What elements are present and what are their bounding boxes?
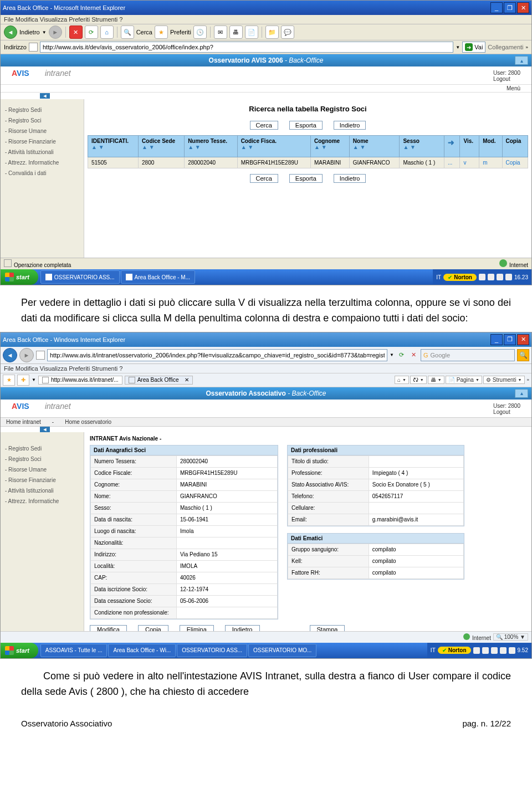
- url-dropdown-icon[interactable]: ▼: [456, 45, 460, 50]
- history-icon[interactable]: 🕓: [193, 25, 207, 39]
- sidebar-collapse-icon[interactable]: ◄: [40, 93, 50, 99]
- back-dropdown-icon[interactable]: ▼: [42, 30, 47, 35]
- sidebar-collapse-icon[interactable]: ◄: [40, 427, 50, 432]
- taskbar-task[interactable]: ASSOAVIS - Tutte le ...: [40, 644, 108, 657]
- home-intranet-link[interactable]: Home intranet: [1, 418, 47, 426]
- menu-link[interactable]: Menù: [507, 85, 520, 91]
- sidebar-item[interactable]: - Risorse Umane: [1, 126, 84, 136]
- maximize-icon[interactable]: ❐: [504, 334, 516, 345]
- favorites-icon[interactable]: ★: [155, 25, 168, 39]
- favorites-icon[interactable]: ★: [3, 375, 15, 386]
- go-button[interactable]: ➜Vai: [462, 42, 485, 53]
- back-label[interactable]: Indietro: [19, 29, 40, 35]
- tray-icon[interactable]: [488, 274, 494, 280]
- stop-icon[interactable]: ✕: [69, 25, 83, 39]
- edit-icon[interactable]: 📄: [245, 25, 258, 39]
- favorites-label[interactable]: Preferiti: [170, 29, 191, 35]
- taskbar-task[interactable]: Area Back Office - M...: [121, 270, 195, 284]
- links-expand-icon[interactable]: »: [526, 45, 528, 50]
- home-icon[interactable]: ⌂ ▼: [395, 376, 409, 384]
- modify-button[interactable]: Modifica: [90, 625, 127, 631]
- norton-badge[interactable]: ✔Norton: [438, 647, 471, 654]
- add-favorite-icon[interactable]: ✚: [17, 375, 29, 386]
- sidebar-item[interactable]: - Attività Istituzionali: [1, 485, 84, 496]
- back-icon[interactable]: ◄: [4, 25, 17, 39]
- url-input[interactable]: [47, 349, 387, 361]
- panel-collapse-icon[interactable]: ▴: [515, 389, 528, 398]
- logout-link[interactable]: Logout: [493, 76, 520, 82]
- url-dropdown-icon[interactable]: ▼: [390, 352, 394, 357]
- search-button[interactable]: Cerca: [250, 174, 278, 183]
- tools-menu[interactable]: ⚙ Strumenti ▼: [483, 376, 525, 384]
- minimize-icon[interactable]: _: [490, 334, 503, 345]
- refresh-icon[interactable]: ⟳: [85, 25, 98, 39]
- lang-indicator[interactable]: IT: [431, 647, 436, 653]
- th-tessera[interactable]: Numero Tesse.▲ ▼: [185, 136, 238, 157]
- links-label[interactable]: Collegamenti: [488, 44, 523, 50]
- menu-bar[interactable]: File Modifica Visualizza Preferiti Strum…: [1, 15, 531, 24]
- tray-icon[interactable]: [500, 647, 507, 654]
- forward-icon[interactable]: ►: [19, 348, 34, 362]
- tray-icon[interactable]: [491, 647, 498, 654]
- delete-button[interactable]: Elimina: [180, 625, 214, 631]
- norton-badge[interactable]: ✔Norton: [443, 274, 477, 281]
- search-go-icon[interactable]: 🔍: [517, 349, 529, 361]
- row-more-link[interactable]: ...: [448, 160, 452, 166]
- export-button[interactable]: Esporta: [289, 121, 323, 130]
- tray-icon[interactable]: [505, 274, 512, 280]
- tray-icon[interactable]: [497, 274, 503, 280]
- sidebar-item[interactable]: - Risorse Finanziarie: [1, 475, 84, 485]
- mail-icon[interactable]: ✉: [214, 25, 227, 39]
- minimize-icon[interactable]: _: [490, 2, 503, 13]
- print-button[interactable]: Stampa: [310, 625, 345, 631]
- page-menu[interactable]: 📄 Pagina ▼: [446, 376, 482, 384]
- search-icon[interactable]: 🔍: [121, 25, 134, 39]
- search-label[interactable]: Cerca: [136, 29, 152, 35]
- home-osservatorio-link[interactable]: Home osservatorio: [59, 418, 117, 426]
- sidebar-item[interactable]: - Registro Sedi: [1, 443, 84, 454]
- th-id[interactable]: IDENTIFICATI.▲ ▼: [88, 136, 139, 157]
- sidebar-item[interactable]: - Attrezz. Informatiche: [1, 157, 84, 168]
- taskbar-task[interactable]: OSSERVATORIO MO...: [248, 644, 316, 657]
- sidebar-item[interactable]: - Risorse Umane: [1, 464, 84, 475]
- lang-indicator[interactable]: IT: [436, 274, 441, 280]
- close-icon[interactable]: ✕: [517, 334, 529, 345]
- sidebar-item[interactable]: - Registro Soci: [1, 115, 84, 126]
- refresh-icon[interactable]: ⟳: [396, 351, 406, 359]
- th-nome[interactable]: Nome▲ ▼: [349, 136, 400, 157]
- search-box[interactable]: GGoogle: [421, 349, 515, 361]
- print-icon[interactable]: 🖶 ▼: [428, 376, 444, 384]
- th-sesso[interactable]: Sesso▲ ▼: [400, 136, 444, 157]
- taskbar-task[interactable]: OSSERVATORIO ASS...: [40, 270, 120, 284]
- back-icon[interactable]: ◄: [3, 348, 17, 362]
- zoom-indicator[interactable]: 🔍 100% ▼: [493, 633, 528, 641]
- close-icon[interactable]: ✕: [517, 2, 529, 13]
- th-cf[interactable]: Codice Fisca.▲ ▼: [237, 136, 310, 157]
- tab[interactable]: Area Back Office✕: [125, 376, 193, 385]
- row-view-link[interactable]: v: [463, 160, 466, 166]
- folder-icon[interactable]: 📁: [265, 25, 279, 39]
- row-edit-link[interactable]: m: [483, 160, 487, 166]
- logout-link[interactable]: Logout: [493, 409, 520, 415]
- th-sede[interactable]: Codice Sede▲ ▼: [139, 136, 185, 157]
- feeds-icon[interactable]: 🗘 ▼: [410, 376, 427, 384]
- tab-close-icon[interactable]: ✕: [185, 377, 189, 383]
- tab[interactable]: http://www.avis.it/intranet/...: [38, 376, 122, 385]
- th-arrow[interactable]: ➜: [444, 136, 459, 157]
- tabs-dropdown-icon[interactable]: ▼: [32, 377, 36, 382]
- copy-button[interactable]: Copia: [138, 625, 168, 631]
- back-button[interactable]: Indietro: [225, 625, 260, 631]
- taskbar-task[interactable]: Area Back Office - Wi...: [108, 644, 176, 657]
- row-copy-link[interactable]: Copia: [506, 160, 520, 166]
- export-button[interactable]: Esporta: [289, 174, 323, 183]
- home-icon[interactable]: ⌂: [100, 25, 114, 39]
- tray-icon[interactable]: [509, 647, 515, 654]
- sidebar-item[interactable]: - Registro Sedi: [1, 105, 84, 115]
- back-button[interactable]: Indietro: [334, 121, 366, 130]
- search-button[interactable]: Cerca: [250, 121, 278, 130]
- th-cognome[interactable]: Cognome▲ ▼: [311, 136, 350, 157]
- sidebar-item[interactable]: - Registro Soci: [1, 454, 84, 464]
- stop-icon[interactable]: ✕: [408, 351, 418, 359]
- print-icon[interactable]: 🖶: [229, 25, 243, 39]
- menu-bar[interactable]: File Modifica Visualizza Preferiti Strum…: [1, 364, 531, 373]
